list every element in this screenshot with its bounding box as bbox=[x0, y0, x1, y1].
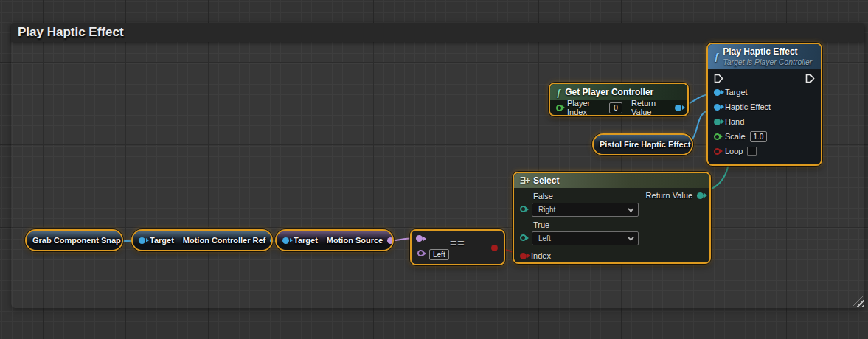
loop-pin[interactable] bbox=[714, 148, 721, 155]
equals-operator: == bbox=[450, 237, 465, 251]
false-option-value: Right bbox=[538, 206, 623, 214]
output-pin[interactable] bbox=[387, 237, 392, 244]
output-pin[interactable] bbox=[270, 237, 271, 244]
node-title: Get Player Controller bbox=[565, 87, 653, 97]
true-option-dropdown[interactable]: Left bbox=[532, 231, 639, 245]
false-option-dropdown[interactable]: Right bbox=[532, 203, 639, 217]
node-grab-component-snap[interactable]: Grab Component Snap bbox=[25, 229, 123, 251]
haptic-effect-pin-label: Haptic Effect bbox=[725, 102, 771, 111]
node-select[interactable]: Ǝ+ Select Return Value False Right bbox=[513, 172, 711, 264]
function-icon: ƒ bbox=[714, 51, 719, 62]
true-option-value: Left bbox=[538, 234, 623, 242]
index-pin-label: Index bbox=[531, 251, 551, 260]
target-pin[interactable] bbox=[282, 237, 289, 244]
node-pistol-fire-haptic-effect[interactable]: Pistol Fire Haptic Effect bbox=[592, 133, 693, 155]
hand-pin-label: Hand bbox=[725, 117, 744, 126]
scale-value-input[interactable]: 1.0 bbox=[750, 131, 768, 142]
target-pin-label: Target bbox=[725, 88, 748, 97]
get-player-controller-header[interactable]: ƒ Get Player Controller bbox=[550, 84, 687, 100]
equals-input-b-value[interactable]: Left bbox=[429, 249, 449, 260]
hand-pin[interactable] bbox=[714, 119, 721, 125]
node-motion-source[interactable]: Target Motion Source bbox=[275, 229, 394, 251]
target-pin[interactable] bbox=[714, 89, 721, 96]
false-pin-label: False bbox=[533, 192, 639, 200]
exec-in-pin[interactable] bbox=[714, 74, 723, 83]
equals-output-pin[interactable] bbox=[491, 245, 498, 251]
equals-input-b-pin[interactable] bbox=[417, 250, 424, 256]
return-value-pin[interactable] bbox=[675, 105, 681, 111]
blueprint-graph-canvas[interactable]: Play Haptic Effect ƒ Play Haptic Effect … bbox=[0, 0, 868, 339]
play-haptic-effect-header[interactable]: ƒ Play Haptic Effect Target is Player Co… bbox=[708, 44, 821, 69]
node-motion-controller-ref[interactable]: Target Motion Controller Ref bbox=[131, 229, 273, 251]
target-pin-label: Target bbox=[150, 236, 174, 245]
true-pin[interactable] bbox=[520, 234, 527, 241]
return-value-label: Return Value bbox=[631, 99, 670, 115]
scale-pin[interactable] bbox=[714, 133, 721, 140]
player-index-label: Player Index bbox=[567, 99, 605, 115]
haptic-effect-pin[interactable] bbox=[714, 104, 721, 111]
output-pin-label: Motion Controller Ref bbox=[183, 236, 265, 245]
node-subtitle: Target is Player Controller bbox=[723, 57, 812, 66]
index-pin[interactable] bbox=[520, 253, 527, 259]
select-icon: Ǝ+ bbox=[520, 175, 530, 186]
exec-out-pin[interactable] bbox=[805, 74, 815, 83]
false-pin[interactable] bbox=[520, 206, 527, 212]
return-value-label: Return Value bbox=[646, 191, 692, 200]
player-index-input[interactable]: 0 bbox=[609, 102, 622, 113]
scale-pin-label: Scale bbox=[725, 132, 746, 141]
equals-input-a-pin[interactable] bbox=[416, 235, 423, 242]
node-title: Select bbox=[533, 175, 559, 186]
chevron-down-icon bbox=[628, 234, 633, 240]
variable-label: Pistol Fire Haptic Effect bbox=[600, 140, 690, 149]
function-icon: ƒ bbox=[556, 87, 561, 98]
output-pin-label: Motion Source bbox=[327, 236, 383, 245]
return-value-pin[interactable] bbox=[697, 192, 704, 199]
node-play-haptic-effect[interactable]: ƒ Play Haptic Effect Target is Player Co… bbox=[706, 43, 822, 166]
select-header[interactable]: Ǝ+ Select bbox=[514, 173, 709, 188]
true-pin-label: True bbox=[533, 220, 639, 229]
node-get-player-controller[interactable]: ƒ Get Player Controller Player Index 0 R… bbox=[549, 83, 689, 116]
target-pin[interactable] bbox=[139, 237, 145, 244]
node-equals[interactable]: Left == bbox=[410, 229, 505, 265]
player-index-pin[interactable] bbox=[556, 105, 563, 111]
chevron-down-icon bbox=[628, 206, 633, 212]
node-title: Play Haptic Effect Target is Player Cont… bbox=[723, 46, 812, 67]
loop-pin-label: Loop bbox=[725, 147, 743, 155]
target-pin-label: Target bbox=[294, 236, 318, 245]
loop-checkbox[interactable] bbox=[747, 147, 757, 156]
variable-label: Grab Component Snap bbox=[32, 236, 121, 245]
